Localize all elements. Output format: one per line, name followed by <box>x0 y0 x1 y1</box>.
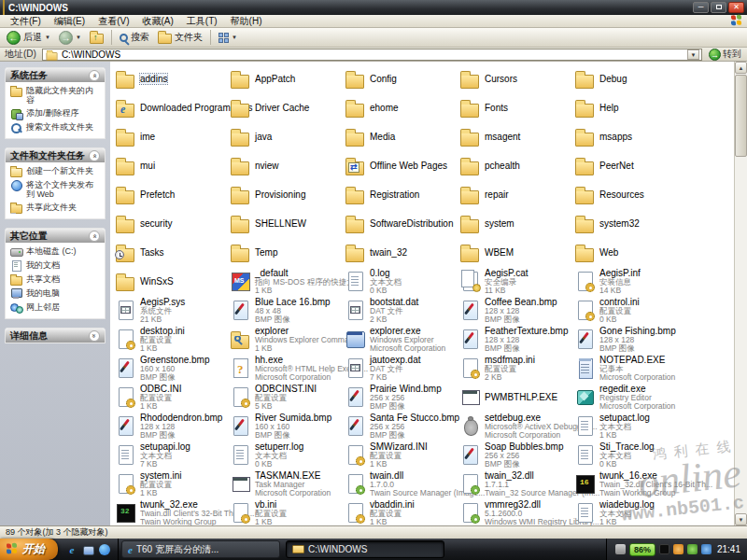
volume-icon[interactable] <box>701 544 712 554</box>
folder-tile[interactable]: ehome <box>342 93 457 122</box>
file-tile[interactable]: Coffee Bean.bmp128 x 128BMP 图像 <box>457 296 571 325</box>
folder-tile[interactable]: Resources <box>571 180 686 209</box>
file-tile[interactable]: explorerWindows Explorer Command1 KB <box>227 325 342 354</box>
sidebar-link[interactable]: 创建一个新文件夹 <box>10 166 101 176</box>
folder-tile[interactable]: java <box>227 122 342 151</box>
folder-tile[interactable]: Registration <box>342 180 457 209</box>
sidebar-link[interactable]: 隐藏此文件夹的内容 <box>10 86 101 105</box>
menu-item[interactable]: 编辑(E) <box>48 16 92 26</box>
file-tile[interactable]: explorer.exeWindows ExplorerMicrosoft Co… <box>342 325 457 354</box>
file-tile[interactable]: _default指向 MS-DOS 程序的快捷方式1 KB <box>227 267 342 296</box>
folder-tile[interactable]: ime <box>112 122 227 151</box>
sidebar-panel-header[interactable]: 文件和文件夹任务» <box>6 148 105 162</box>
up-button[interactable]: ↑ <box>87 29 106 47</box>
file-tile[interactable]: system.ini配置设置1 KB <box>112 469 227 498</box>
file-tile[interactable]: setdebug.exeMicrosoft® ActiveX Debugger … <box>457 412 571 441</box>
taskbar-task-button[interactable]: eT60 宽屏高分的清... <box>121 540 280 558</box>
media-player-icon[interactable] <box>99 544 110 555</box>
menu-item[interactable]: 收藏(A) <box>135 16 179 26</box>
folder-tile[interactable]: AppPatch <box>227 64 342 93</box>
file-tile[interactable]: Soap Bubbles.bmp256 x 256BMP 图像 <box>457 441 571 469</box>
folder-tile[interactable]: Prefetch <box>112 180 227 209</box>
folder-tile[interactable]: PeerNet <box>571 151 686 180</box>
forward-dropdown-icon[interactable]: ▼ <box>76 35 81 40</box>
folder-tile[interactable]: system <box>457 209 571 238</box>
chevron-down-icon[interactable]: » <box>89 330 100 342</box>
folder-tile[interactable]: repair <box>457 180 571 209</box>
folder-tile[interactable]: Web <box>571 238 686 267</box>
battery-indicator[interactable]: 86% <box>629 543 655 556</box>
file-tile[interactable]: twunk_32.exeTwain.dll Client's 32-Bit Th… <box>112 498 227 525</box>
folder-tile[interactable]: WinSxS <box>112 267 227 296</box>
file-tile[interactable]: msdfmap.ini配置设置2 KB <box>457 354 571 383</box>
chevron-up-icon[interactable]: » <box>89 70 100 81</box>
file-tile[interactable]: FeatherTexture.bmp128 x 128BMP 图像 <box>457 325 571 354</box>
tray-app-icon[interactable] <box>615 544 626 554</box>
file-tile[interactable]: SMWizard.INI配置设置1 KB <box>342 441 457 469</box>
sidebar-link[interactable]: 共享此文件夹 <box>10 203 101 213</box>
folder-tile[interactable]: nview <box>227 151 342 180</box>
power-plug-icon[interactable] <box>659 544 669 554</box>
start-button[interactable]: 开始 <box>0 539 58 560</box>
menu-item[interactable]: 工具(T) <box>180 16 224 26</box>
file-tile[interactable]: hh.exeMicrosoft® HTML Help Execut...Micr… <box>227 354 342 383</box>
file-tile[interactable]: Greenstone.bmp160 x 160BMP 图像 <box>112 354 227 383</box>
views-button[interactable]: ▼ <box>216 29 240 47</box>
search-button[interactable]: 搜索 <box>117 29 152 47</box>
scroll-thumb[interactable] <box>735 75 747 157</box>
sidebar-panel-header[interactable]: 系统任务» <box>6 68 105 82</box>
sidebar-link[interactable]: 我的电脑 <box>10 288 101 299</box>
folder-tile[interactable]: pchealth <box>457 151 571 180</box>
folder-tile[interactable]: Downloaded Program Files <box>112 93 227 122</box>
folder-tile[interactable]: Provisioning <box>227 180 342 209</box>
address-dropdown-button[interactable]: ▼ <box>687 49 699 60</box>
file-tile[interactable]: Rhododendron.bmp128 x 128BMP 图像 <box>112 412 227 441</box>
folder-tile[interactable]: SHELLNEW <box>227 209 342 238</box>
vertical-scrollbar[interactable]: ▲ ▼ <box>734 62 747 525</box>
sidebar-link[interactable]: 将这个文件夹发布到 Web <box>10 180 101 199</box>
file-tile[interactable]: setupapi.log文本文档7 KB <box>112 441 227 469</box>
back-button[interactable]: ← 后退 ▼ <box>4 29 53 47</box>
file-tile[interactable]: Sti_Trace.log文本文档0 KB <box>571 441 686 469</box>
scroll-up-button[interactable]: ▲ <box>735 62 747 74</box>
folder-tile[interactable]: SoftwareDistribution <box>342 209 457 238</box>
file-tile[interactable]: jautoexp.datDAT 文件7 KB <box>342 354 457 383</box>
folder-tile[interactable]: Debug <box>571 64 686 93</box>
file-tile[interactable]: AegisP.sys系统文件21 KB <box>112 296 227 325</box>
file-tile[interactable]: setuperr.log文本文档0 KB <box>227 441 342 469</box>
file-tile[interactable]: wiadebug.log文本文档1 KB <box>571 498 686 525</box>
folder-tile[interactable]: mui <box>112 151 227 180</box>
file-tile[interactable]: desktop.ini配置设置1 KB <box>112 325 227 354</box>
close-button[interactable]: ✕ <box>728 2 744 13</box>
folder-tile[interactable]: twain_32 <box>342 238 457 267</box>
file-tile[interactable]: twunk_16.exeTwain_32.dll Client's 16-Bit… <box>571 469 686 498</box>
show-desktop-icon[interactable] <box>83 546 94 555</box>
file-tile[interactable]: River Sumida.bmp160 x 160BMP 图像 <box>227 412 342 441</box>
scroll-down-button[interactable]: ▼ <box>735 513 747 525</box>
ie-quicklaunch-icon[interactable]: e <box>65 543 78 556</box>
file-tile[interactable]: 0.log文本文档0 KB <box>342 267 457 296</box>
folder-tile[interactable]: security <box>112 209 227 238</box>
menu-item[interactable]: 帮助(H) <box>224 16 269 26</box>
sidebar-link[interactable]: 网上邻居 <box>10 302 101 313</box>
views-dropdown-icon[interactable]: ▼ <box>232 35 237 40</box>
sidebar-link[interactable]: 搜索文件或文件夹 <box>10 122 101 133</box>
folder-tile[interactable]: msapps <box>571 122 686 151</box>
address-value[interactable]: C:\WINDOWS <box>62 49 684 60</box>
restore-button[interactable] <box>711 2 726 13</box>
file-tile[interactable]: control.ini配置设置0 KB <box>571 296 686 325</box>
file-tile[interactable]: twain.dll1.7.0.0Twain Source Manager (Im… <box>342 469 457 498</box>
menu-item[interactable]: 文件(F) <box>4 16 48 26</box>
folder-tile[interactable]: Help <box>571 93 686 122</box>
forward-button[interactable]: → ▼ <box>56 29 84 47</box>
folders-button[interactable]: 文件夹 <box>155 29 205 47</box>
folder-tile[interactable]: Fonts <box>457 93 571 122</box>
file-tile[interactable]: vmmreg32.dll5.1.2600.0Windows WMI Regist… <box>457 498 571 525</box>
go-button[interactable]: → 转到 <box>705 48 745 61</box>
file-tile[interactable]: ODBC.INI配置设置1 KB <box>112 383 227 412</box>
folder-tile[interactable]: Temp <box>227 238 342 267</box>
sidebar-panel-header[interactable]: 详细信息» <box>6 329 105 343</box>
taskbar-task-button[interactable]: C:\WINDOWS <box>286 540 444 558</box>
folder-tile[interactable]: system32 <box>571 209 686 238</box>
folder-tile[interactable]: Driver Cache <box>227 93 342 122</box>
